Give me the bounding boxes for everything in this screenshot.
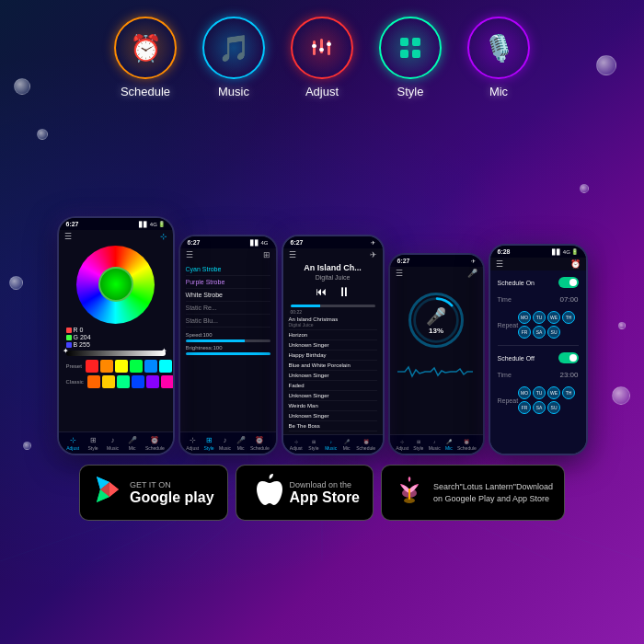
classic-swatch-3[interactable] xyxy=(117,375,130,388)
music-progress-bar[interactable] xyxy=(291,305,375,307)
svg-point-20 xyxy=(404,498,415,503)
phone2-hamburger[interactable]: ☰ xyxy=(186,250,193,259)
classic-swatch-6[interactable] xyxy=(161,375,174,388)
speed-slider[interactable] xyxy=(186,339,270,342)
phone3-nav-adjust[interactable]: ⊹Adjust xyxy=(290,439,303,451)
classic-swatch-1[interactable] xyxy=(87,375,100,388)
phone5-hamburger[interactable]: ☰ xyxy=(496,259,503,269)
play-button[interactable]: ⏸ xyxy=(338,284,351,299)
app-store-badge[interactable]: Download on the App Store xyxy=(236,465,374,521)
nav-mic[interactable]: 🎤 Mic xyxy=(128,436,137,451)
swatch-custom[interactable] xyxy=(174,360,175,373)
phone3-nav-style[interactable]: ⊞Style xyxy=(308,439,318,451)
mic-feature[interactable]: 🎙️ Mic xyxy=(467,17,530,98)
song-item-7[interactable]: Faded xyxy=(289,381,377,391)
song-item-11[interactable]: Be The Boss xyxy=(289,421,377,431)
phone4-mic-icon[interactable]: 🎤 xyxy=(467,269,477,278)
lotus-lantern-badge[interactable]: Search"Lotus Lantern"Download on Googele… xyxy=(381,465,565,521)
day-we[interactable]: WE xyxy=(547,311,560,324)
phone4-hamburger[interactable]: ☰ xyxy=(396,269,403,278)
day-tu[interactable]: TU xyxy=(533,311,546,324)
phone4-time: 6:27 xyxy=(397,258,410,264)
phone3-nav-music[interactable]: ♪Music xyxy=(325,439,337,451)
brightness-slider[interactable]: ✦ xyxy=(66,351,166,356)
day-th[interactable]: TH xyxy=(562,311,575,324)
schedule-feature[interactable]: ⏰ Schedule xyxy=(114,17,177,98)
nav-schedule[interactable]: ⏰ Schedule xyxy=(145,436,165,451)
brightness2-slider[interactable] xyxy=(186,352,270,355)
style-white-strobe[interactable]: White Strobe xyxy=(186,289,270,302)
phone2-nav-schedule[interactable]: ⏰Schedule xyxy=(250,436,270,451)
day-off-fr[interactable]: FR xyxy=(518,401,531,414)
google-play-badge[interactable]: GET IT ON Google play xyxy=(79,465,228,521)
mic-circle: 🎙️ xyxy=(467,17,530,79)
nav-adjust[interactable]: ⊹ Adjust xyxy=(66,436,79,451)
repeat-on-row: Repeat MO TU WE TH FR SA SU xyxy=(498,308,579,341)
nav-music[interactable]: ♪ Music xyxy=(107,436,119,451)
prev-button[interactable]: ⏮ xyxy=(316,285,327,298)
day-off-su[interactable]: SU xyxy=(547,401,560,414)
phone3-hamburger[interactable]: ☰ xyxy=(289,250,296,259)
song-item-2[interactable]: Horizon xyxy=(289,330,377,340)
day-off-we[interactable]: WE xyxy=(547,386,560,399)
day-off-tu[interactable]: TU xyxy=(533,386,546,399)
swatch-blue[interactable] xyxy=(144,360,157,373)
song-item-1[interactable]: An Island Christmas Digital Juice xyxy=(289,315,377,330)
style-static-blu[interactable]: Static Blu... xyxy=(186,315,270,328)
swatch-cyan[interactable] xyxy=(159,360,172,373)
phone4-nav-style[interactable]: ⊞Style xyxy=(413,439,423,451)
song-item-9[interactable]: Weirdo Man xyxy=(289,401,377,411)
swatch-green[interactable] xyxy=(130,360,143,373)
phone4-nav-adjust[interactable]: ⊹Adjust xyxy=(396,439,408,451)
song-item-5[interactable]: Blue and White Porcelain xyxy=(289,361,377,371)
music-feature[interactable]: 🎵 Music xyxy=(202,17,265,98)
style-static-re[interactable]: Static Re... xyxy=(186,302,270,315)
swatch-yellow[interactable] xyxy=(115,360,128,373)
time-off-row: Time 23:00 xyxy=(498,366,579,384)
phone2-nav-music[interactable]: ♪Music xyxy=(219,436,231,451)
day-su[interactable]: SU xyxy=(547,326,560,339)
phone3-bluetooth[interactable]: ✈ xyxy=(370,250,377,259)
time-off-value[interactable]: 23:00 xyxy=(559,369,578,381)
phone4-nav-music[interactable]: ♪Music xyxy=(429,439,441,451)
day-off-mo[interactable]: MO xyxy=(518,386,531,399)
phone4-nav-mic[interactable]: 🎤Mic xyxy=(445,439,453,451)
day-fr[interactable]: FR xyxy=(518,326,531,339)
schedule-on-toggle[interactable] xyxy=(558,277,579,288)
song-item-8[interactable]: Unknown Singer xyxy=(289,391,377,401)
song-item-10[interactable]: Unknown Singer xyxy=(289,411,377,421)
phone4-nav-schedule[interactable]: ⏰Schedule xyxy=(457,439,477,451)
style-feature[interactable]: Style xyxy=(379,17,442,98)
day-off-sa[interactable]: SA xyxy=(533,401,546,414)
swatch-orange[interactable] xyxy=(100,360,113,373)
phone3-nav-schedule[interactable]: ⏰Schedule xyxy=(356,439,375,451)
classic-swatch-4[interactable] xyxy=(132,375,144,388)
color-wheel[interactable] xyxy=(76,246,155,324)
song-item-6[interactable]: Unknown Singer xyxy=(289,371,377,381)
phone3-nav-mic[interactable]: 🎤Mic xyxy=(343,439,351,451)
menu-adjust-icon[interactable]: ⊹ xyxy=(160,232,167,241)
swatch-red[interactable] xyxy=(86,360,98,373)
time-on-value[interactable]: 07:00 xyxy=(559,293,578,305)
phone5-schedule-icon[interactable]: ⏰ xyxy=(570,259,581,269)
day-mo[interactable]: MO xyxy=(518,311,531,324)
menu-hamburger-icon[interactable]: ☰ xyxy=(64,232,72,241)
phone5-menu: ☰ ⏰ xyxy=(490,258,586,270)
phone2-nav-adjust[interactable]: ⊹Adjust xyxy=(186,436,199,451)
song-item-4[interactable]: Happy Birthday xyxy=(289,351,377,361)
color-wheel-container[interactable] xyxy=(59,243,173,326)
svg-rect-9 xyxy=(412,50,420,58)
phone2-nav-style[interactable]: ⊞Style xyxy=(204,436,214,451)
adjust-feature[interactable]: Adjust xyxy=(291,17,353,98)
day-sa[interactable]: SA xyxy=(533,326,546,339)
classic-swatch-2[interactable] xyxy=(102,375,115,388)
nav-style[interactable]: ⊞ Style xyxy=(88,436,98,451)
phone2-nav-mic[interactable]: 🎤Mic xyxy=(236,436,246,451)
phone2-grid[interactable]: ⊞ xyxy=(263,250,270,259)
classic-swatch-5[interactable] xyxy=(146,375,159,388)
style-purple-strobe[interactable]: Purple Strobe xyxy=(186,276,270,289)
song-item-3[interactable]: Unknown Singer xyxy=(289,340,377,351)
day-off-th[interactable]: TH xyxy=(562,386,575,399)
schedule-off-toggle[interactable] xyxy=(558,352,579,363)
style-cyan-strobe[interactable]: Cyan Strobe xyxy=(186,263,270,276)
